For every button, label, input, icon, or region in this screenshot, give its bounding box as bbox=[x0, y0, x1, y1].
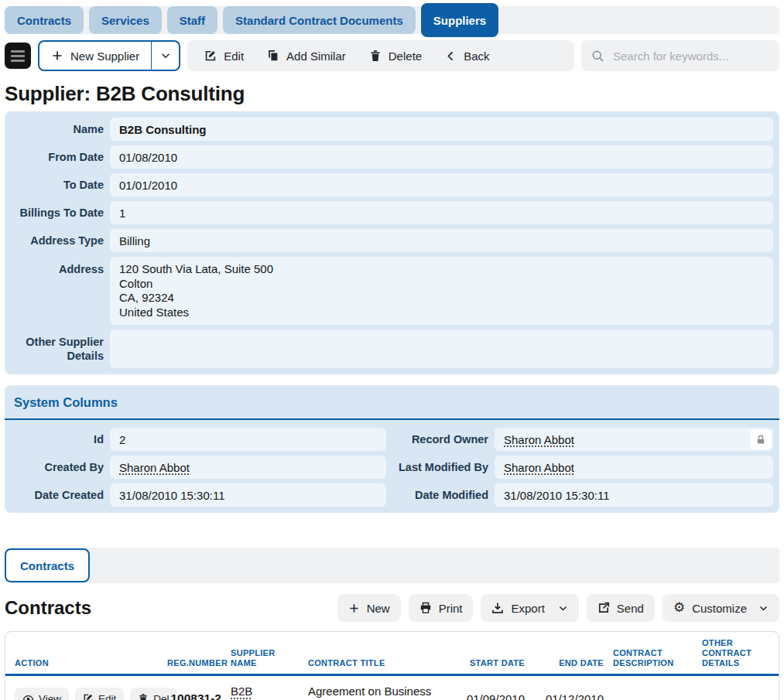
field-label: Created By bbox=[11, 456, 104, 479]
new-supplier-button[interactable]: New Supplier bbox=[39, 42, 151, 70]
table-header-row: Action Reg.Number Supplier Name Contract… bbox=[5, 632, 779, 676]
field-row-other-details: Other Supplier Details bbox=[11, 330, 773, 368]
created-by-link[interactable]: Sharon Abbot bbox=[119, 461, 190, 474]
column-header-reg-number: Reg.Number bbox=[167, 658, 221, 668]
field-label: Address bbox=[11, 257, 104, 325]
field-value-address-type: Billing bbox=[110, 229, 773, 252]
search-input[interactable] bbox=[613, 50, 769, 63]
field-value-record-owner: Sharon Abbot bbox=[495, 428, 773, 451]
lock-icon bbox=[755, 434, 766, 446]
field-value-date-modified: 31/08/2010 15:30:11 bbox=[495, 483, 773, 507]
new-supplier-split-button[interactable]: New Supplier bbox=[38, 40, 180, 71]
customize-button[interactable]: ⚙ Customize bbox=[662, 594, 779, 622]
search-box[interactable] bbox=[581, 40, 779, 71]
field-row-from-date: From Date 01/08/2010 bbox=[11, 145, 773, 169]
column-header-start-date: Start Date bbox=[455, 658, 525, 668]
record-toolbar: New Supplier Edit Add Similar Delete Bac… bbox=[5, 40, 779, 71]
field-row-billings: Billings To Date 1 bbox=[11, 201, 773, 224]
lock-button[interactable] bbox=[750, 429, 772, 449]
row-action-buttons: View Edit Del bbox=[15, 688, 158, 700]
system-columns-card: System Columns Id 2 Record Owner Sharon … bbox=[5, 385, 779, 513]
edit-button[interactable]: Edit bbox=[193, 43, 255, 68]
field-row-name: Name B2B Consulting bbox=[11, 118, 773, 141]
field-value-to-date: 01/01/2010 bbox=[110, 173, 773, 196]
tab-contracts[interactable]: Contracts bbox=[5, 6, 84, 34]
field-value-address: 120 South Via Lata, Suite 500 Colton CA,… bbox=[110, 257, 773, 325]
table-row: View Edit Del 100831-2 B2B Consulting Ag… bbox=[5, 676, 779, 700]
tab-services[interactable]: Services bbox=[89, 6, 162, 34]
download-icon bbox=[491, 602, 504, 614]
cell-end-date: 01/12/2010 bbox=[534, 692, 604, 700]
delete-button[interactable]: Delete bbox=[358, 43, 433, 68]
field-label: Date Modified bbox=[392, 483, 488, 507]
trash-icon bbox=[369, 50, 382, 62]
new-supplier-dropdown[interactable] bbox=[151, 42, 179, 70]
field-label: Name bbox=[11, 118, 104, 141]
main-tab-bar: Contracts Services Staff Standard Contra… bbox=[5, 6, 779, 34]
edit-icon bbox=[204, 50, 217, 62]
field-value-date-created: 31/08/2010 15:30:11 bbox=[110, 483, 386, 507]
cell-contract-title: Agreement on Business Consulting bbox=[308, 684, 446, 700]
field-value-billings: 1 bbox=[110, 201, 773, 224]
contracts-table: Action Reg.Number Supplier Name Contract… bbox=[5, 631, 779, 700]
export-button[interactable]: Export bbox=[481, 594, 578, 622]
copy-icon bbox=[267, 50, 279, 62]
contracts-title: Contracts bbox=[5, 597, 330, 619]
tab-staff[interactable]: Staff bbox=[167, 6, 217, 34]
search-icon bbox=[591, 50, 604, 63]
back-button[interactable]: Back bbox=[434, 43, 500, 68]
add-similar-button[interactable]: Add Similar bbox=[256, 43, 357, 68]
field-value-other-details bbox=[110, 330, 773, 368]
cell-start-date: 01/09/2010 bbox=[455, 692, 525, 700]
plus-icon bbox=[348, 603, 360, 614]
column-header-end-date: End Date bbox=[534, 658, 604, 668]
last-modified-by-link[interactable]: Sharon Abbot bbox=[504, 461, 574, 474]
supplier-record-card: Name B2B Consulting From Date 01/08/2010… bbox=[5, 111, 779, 374]
plus-icon bbox=[51, 50, 63, 62]
column-header-supplier-name: Supplier Name bbox=[231, 648, 299, 668]
field-value-last-modified-by: Sharon Abbot bbox=[495, 456, 773, 479]
hamburger-icon bbox=[11, 50, 25, 53]
field-row-address: Address 120 South Via Lata, Suite 500 Co… bbox=[11, 257, 773, 325]
field-row-to-date: To Date 01/01/2010 bbox=[11, 173, 773, 196]
field-label: Id bbox=[11, 428, 104, 451]
record-action-bar: Edit Add Similar Delete Back bbox=[187, 40, 574, 71]
cell-supplier-name: B2B Consulting bbox=[231, 684, 299, 700]
column-header-contract-title: Contract Title bbox=[308, 658, 446, 668]
cell-reg-number: 100831-2 bbox=[167, 691, 221, 700]
related-tab-bar: Contracts bbox=[5, 548, 779, 583]
supplier-name-link[interactable]: B2B Consulting bbox=[231, 685, 286, 700]
eye-icon bbox=[22, 693, 34, 700]
page-title: Supplier: B2B Consulting bbox=[5, 81, 779, 106]
field-row-address-type: Address Type Billing bbox=[11, 229, 773, 252]
print-button[interactable]: Print bbox=[409, 594, 474, 622]
gear-icon: ⚙ bbox=[673, 602, 685, 614]
system-columns-title: System Columns bbox=[5, 390, 779, 418]
edit-icon bbox=[83, 693, 94, 700]
field-label: Date Created bbox=[11, 483, 104, 507]
view-button[interactable]: View bbox=[15, 688, 69, 700]
chevron-left-icon bbox=[445, 50, 457, 62]
chevron-down-icon bbox=[758, 603, 769, 613]
tab-standard-contract-documents[interactable]: Standard Contract Documents bbox=[223, 6, 416, 34]
record-owner-link[interactable]: Sharon Abbot bbox=[504, 433, 574, 446]
edit-row-button[interactable]: Edit bbox=[75, 688, 124, 700]
trash-icon bbox=[138, 693, 149, 700]
field-label: Billings To Date bbox=[11, 201, 104, 224]
send-button[interactable]: Send bbox=[587, 594, 655, 622]
column-header-contract-description: Contract Description bbox=[613, 648, 693, 668]
field-label: Other Supplier Details bbox=[11, 330, 104, 368]
field-label: From Date bbox=[11, 145, 104, 169]
field-value-from-date: 01/08/2010 bbox=[110, 145, 773, 169]
contracts-section-header: Contracts New Print Export Send ⚙ Custom… bbox=[5, 594, 779, 622]
menu-button[interactable] bbox=[5, 43, 31, 69]
related-tab-contracts[interactable]: Contracts bbox=[5, 548, 90, 582]
new-contract-button[interactable]: New bbox=[337, 594, 401, 622]
field-label: Record Owner bbox=[392, 428, 488, 451]
printer-icon bbox=[419, 602, 432, 614]
field-value-id: 2 bbox=[110, 428, 386, 451]
field-value-name: B2B Consulting bbox=[110, 118, 773, 141]
field-value-created-by: Sharon Abbot bbox=[110, 456, 386, 479]
tab-suppliers[interactable]: Suppliers bbox=[421, 3, 498, 37]
chevron-down-icon bbox=[558, 603, 568, 613]
